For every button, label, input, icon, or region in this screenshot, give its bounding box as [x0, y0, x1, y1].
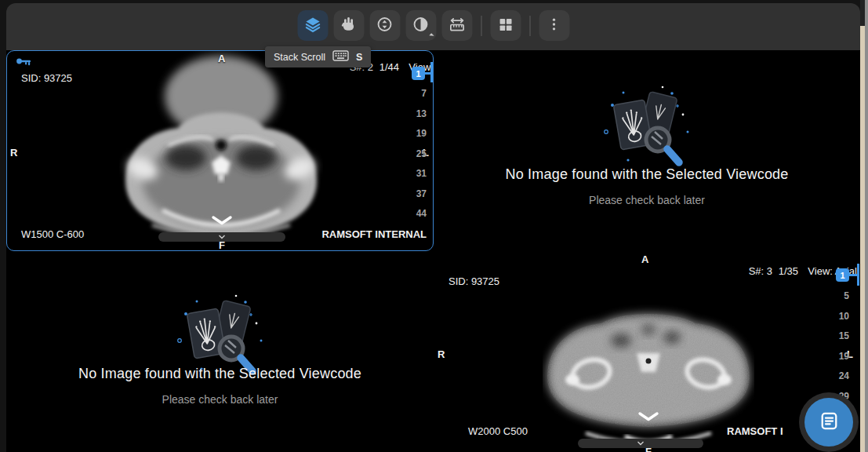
orientation-marker-left: R [438, 348, 445, 360]
toolbar-divider [529, 16, 530, 36]
dropdown-caret-icon [429, 33, 434, 38]
measure-button[interactable] [441, 10, 472, 41]
pan-button[interactable] [333, 10, 364, 41]
slice-number-label: S#: 3 [749, 265, 772, 277]
scale-tick: 19 [826, 351, 849, 362]
scroll-button[interactable] [369, 10, 400, 41]
slice-count-label: 1/35 [779, 265, 798, 277]
scale-tick: 19 [403, 128, 427, 139]
stack-scroll-tooltip: Stack Scroll S [265, 46, 371, 67]
tool-buttons [297, 10, 569, 41]
more-options-button[interactable] [539, 10, 569, 41]
stack-scroll-button[interactable] [297, 10, 328, 41]
scale-tick: 13 [403, 108, 427, 119]
window-edge [865, 0, 868, 452]
ct-axial-image [543, 292, 754, 452]
scale-tick: 37 [403, 188, 427, 199]
window-level-button[interactable] [405, 10, 436, 41]
scale-tick: 5 [826, 290, 849, 301]
watermark-label: RAMSOFT I [727, 425, 783, 437]
no-image-subtitle: Please check back later [6, 393, 434, 406]
expand-chevron-icon[interactable] [637, 410, 659, 425]
no-image-xray-search-icon [595, 83, 699, 174]
orientation-marker-top: A [641, 253, 648, 265]
feedback-form-button[interactable] [804, 398, 853, 447]
scale-tick: 25 [403, 148, 427, 159]
scale-tick: 15 [826, 330, 849, 341]
thumbnail-drawer-handle[interactable] [158, 232, 285, 242]
layout-button[interactable] [490, 10, 521, 41]
viewport-top-left[interactable]: SID: 93725 A R L F S#: 2 1/44 View: Axia… [6, 50, 434, 251]
layers-icon [303, 16, 321, 36]
no-image-subtitle: Please check back later [434, 194, 860, 206]
sid-label: SID: 93725 [21, 72, 72, 84]
window-level-label: W2000 C500 [468, 425, 528, 437]
stack-scrollbar-thumb[interactable] [857, 264, 859, 286]
expand-chevron-icon[interactable] [211, 214, 233, 228]
watermark-label: RAMSOFT INTERNAL [321, 228, 427, 240]
keyboard-icon [332, 50, 349, 64]
sid-label: SID: 93725 [449, 275, 499, 287]
no-image-title: No Image found with the Selected Viewcod… [6, 366, 434, 382]
ct-axial-image [119, 51, 323, 241]
no-image-title: No Image found with the Selected Viewcod… [434, 166, 860, 183]
thumbnail-drawer-handle[interactable] [578, 439, 703, 448]
orientation-marker-left: R [10, 147, 17, 159]
orientation-marker-top: A [218, 53, 225, 64]
scroll-icon [376, 16, 394, 35]
scale-tick: 24 [826, 370, 849, 381]
viewport-bottom-left[interactable]: No Image found with the Selected Viewcod… [6, 251, 434, 452]
measure-ruler-icon [448, 16, 466, 36]
document-form-icon [819, 410, 840, 434]
scale-tick: 31 [403, 168, 427, 179]
slice-count-label: 1/44 [380, 61, 399, 73]
stack-scrollbar-thumb[interactable] [430, 62, 433, 82]
toolbar [6, 3, 860, 50]
toolbar-divider [481, 16, 481, 36]
viewport-top-right[interactable]: No Image found with the Selected Viewcod… [434, 50, 860, 251]
layout-grid-icon [497, 16, 514, 35]
window-level-icon [412, 16, 430, 35]
pan-hand-icon [340, 16, 358, 35]
scale-tick: 10 [826, 311, 849, 322]
scale-tick: 44 [403, 208, 427, 219]
tooltip-label: Stack Scroll [274, 52, 325, 63]
stack-position-badge[interactable]: 1 [412, 67, 425, 80]
window-level-label: W1500 C-600 [21, 228, 84, 240]
medical-image-viewer: Stack Scroll S [0, 0, 868, 452]
more-options-icon [547, 16, 562, 35]
key-image-icon[interactable] [15, 55, 32, 71]
scale-tick: 7 [403, 88, 427, 99]
tooltip-shortcut: S [356, 52, 362, 63]
stack-position-badge[interactable]: 1 [836, 268, 849, 282]
viewport-bottom-right[interactable]: SID: 93725 A R L F S#: 3 1/35 View: Axia… [434, 251, 860, 452]
